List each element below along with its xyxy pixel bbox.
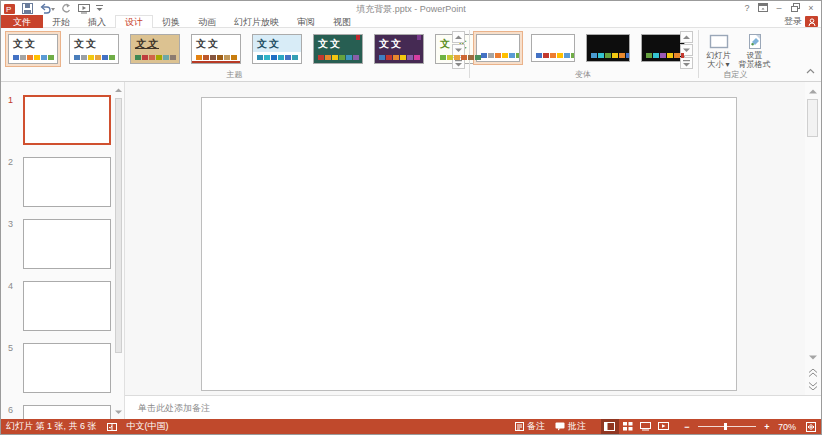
main-area: 123456 单击此处添加备注	[1, 82, 821, 421]
theme-thumbnail-2[interactable]: 文文	[66, 31, 122, 67]
ribbon: 文文文文文文文文文文文文文文文 文 主题 变体	[1, 28, 821, 82]
notes-pane[interactable]: 单击此处添加备注	[125, 395, 821, 421]
panel-scroll-up-icon[interactable]	[114, 86, 123, 95]
editing-area	[125, 82, 805, 395]
variants-gallery	[473, 31, 688, 65]
scroll-up-icon[interactable]	[807, 86, 819, 97]
themes-group-label: 主题	[1, 69, 468, 80]
ribbon-display-options-icon[interactable]	[755, 1, 771, 14]
theme-thumbnail-sample-text: 文文	[318, 38, 342, 49]
slide-sorter-view-button[interactable]	[619, 419, 637, 434]
tab-animations[interactable]: 动画	[189, 15, 225, 28]
ribbon-tabs: 文件开始插入设计切换动画幻灯片放映审阅视图	[1, 15, 821, 28]
normal-view-button[interactable]	[601, 419, 619, 434]
theme-thumbnail-sample-text: 文文	[13, 38, 37, 49]
theme-thumbnail-sample-text: 文文	[379, 38, 403, 49]
tab-view[interactable]: 视图	[324, 15, 360, 28]
tab-file[interactable]: 文件	[1, 15, 43, 28]
slide-thumbnail-5[interactable]	[23, 343, 111, 393]
variants-gallery-scrollbar	[680, 31, 693, 69]
variant-thumbnail-color-swatches	[481, 53, 520, 58]
theme-thumbnail-6[interactable]: 文文	[310, 31, 366, 67]
theme-thumbnail-sample-text: 文文	[257, 38, 281, 49]
theme-thumbnail-7[interactable]: 文文	[371, 31, 427, 67]
slideshow-view-button[interactable]	[655, 419, 673, 434]
user-account-icon[interactable]	[805, 16, 818, 27]
format-background-label-2: 背景格式	[739, 60, 771, 69]
comment-icon	[555, 422, 565, 431]
variant-thumbnail-3[interactable]	[583, 31, 633, 65]
slide-size-label-1: 幻灯片	[707, 51, 731, 60]
sign-in: 登录	[784, 15, 818, 28]
gallery-scroll-up-icon[interactable]	[452, 31, 465, 43]
close-icon[interactable]: ×	[803, 1, 819, 14]
tab-transitions[interactable]: 切换	[153, 15, 189, 28]
slide-row-2: 2	[1, 157, 111, 207]
themes-gallery: 文文文文文文文文文文文文文文文 文	[5, 31, 488, 67]
spell-check-icon[interactable]	[102, 419, 122, 434]
slide-thumbnail-3[interactable]	[23, 219, 111, 269]
slide-row-3: 3	[1, 219, 111, 269]
variant-more-icon[interactable]	[680, 57, 693, 69]
variant-thumbnail-color-swatches	[646, 53, 685, 58]
slide-size-label-2: 大小 ▾	[707, 60, 729, 69]
slide-number: 6	[8, 405, 13, 415]
panel-scrollbar[interactable]	[114, 86, 123, 417]
next-slide-button[interactable]	[807, 380, 819, 392]
variant-thumbnail-2[interactable]	[528, 31, 578, 65]
tab-review[interactable]: 审阅	[288, 15, 324, 28]
slide-thumbnail-4[interactable]	[23, 281, 111, 331]
zoom-in-button[interactable]: +	[761, 422, 773, 432]
restore-icon[interactable]	[787, 1, 803, 14]
scroll-down-icon[interactable]	[807, 352, 819, 363]
variant-thumbnail-color-swatches	[536, 53, 575, 58]
fit-to-window-button[interactable]	[801, 419, 821, 434]
reading-view-button[interactable]	[637, 419, 655, 434]
theme-thumbnail-color-swatches	[379, 55, 420, 60]
tab-slideshow[interactable]: 幻灯片放映	[225, 15, 288, 28]
collapse-ribbon-button[interactable]	[806, 60, 815, 78]
zoom-slider[interactable]	[698, 426, 756, 427]
variant-scroll-up-icon[interactable]	[680, 31, 693, 43]
panel-scrollbar-thumb[interactable]	[115, 98, 122, 353]
slide-canvas[interactable]	[201, 97, 737, 391]
window-controls: ? – ×	[739, 1, 819, 14]
zoom-level[interactable]: 70%	[773, 419, 801, 434]
theme-thumbnail-5[interactable]: 文文	[249, 31, 305, 67]
previous-slide-button[interactable]	[807, 367, 819, 379]
theme-thumbnail-1[interactable]: 文文	[5, 31, 61, 67]
tab-insert[interactable]: 插入	[79, 15, 115, 28]
theme-thumbnail-color-swatches	[440, 55, 481, 60]
minimize-icon[interactable]: –	[771, 1, 787, 14]
slide-number: 5	[8, 343, 13, 353]
notes-placeholder[interactable]: 单击此处添加备注	[138, 402, 210, 415]
comments-toggle-button[interactable]: 批注	[550, 419, 591, 434]
format-background-label-1: 设置	[747, 51, 763, 60]
theme-thumbnail-color-swatches	[135, 55, 176, 60]
zoom-out-button[interactable]: −	[681, 422, 693, 432]
language-button[interactable]: 中文(中国)	[122, 419, 174, 434]
slide-thumbnail-2[interactable]	[23, 157, 111, 207]
slide-row-4: 4	[1, 281, 111, 331]
status-bar: 幻灯片 第 1 张, 共 6 张 中文(中国) 备注 批注	[1, 419, 821, 434]
zoom-slider-thumb[interactable]	[724, 423, 727, 430]
theme-thumbnail-3[interactable]: 文文	[127, 31, 183, 67]
tab-design[interactable]: 设计	[115, 15, 153, 29]
customize-group-label: 自定义	[698, 69, 773, 80]
theme-thumbnail-4[interactable]: 文文	[188, 31, 244, 67]
format-background-icon	[746, 31, 764, 51]
slide-number: 3	[8, 219, 13, 229]
ribbon-tab-row: 文件开始插入设计切换动画幻灯片放映审阅视图 登录	[1, 15, 821, 28]
notes-toggle-button[interactable]: 备注	[510, 419, 550, 434]
help-icon[interactable]: ?	[739, 1, 755, 14]
tab-home[interactable]: 开始	[43, 15, 79, 28]
theme-thumbnail-sample-text: 文文	[74, 38, 98, 49]
scrollbar-thumb[interactable]	[807, 99, 818, 137]
vertical-scrollbar[interactable]	[805, 82, 821, 395]
sign-in-label[interactable]: 登录	[784, 15, 802, 28]
slide-thumbnail-1[interactable]	[23, 95, 111, 145]
theme-thumbnail-color-swatches	[318, 55, 359, 60]
variants-group-label: 变体	[469, 69, 697, 80]
notes-icon	[515, 422, 524, 431]
panel-scroll-down-icon[interactable]	[114, 408, 123, 417]
